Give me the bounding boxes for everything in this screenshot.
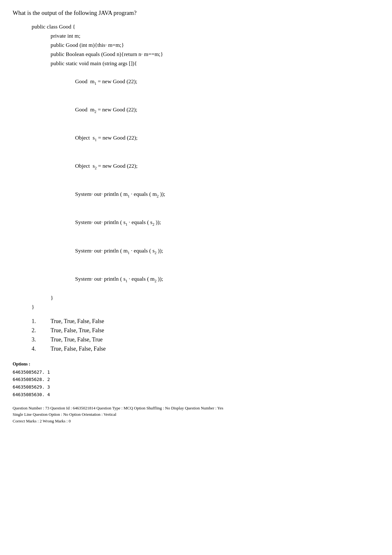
code-line-7: Good m2 = new Good (22);: [32, 96, 379, 124]
code-line-10: System· out· println ( m1 · equals ( m2 …: [32, 181, 379, 209]
code-line-6: Good m1 = new Good (22);: [32, 68, 379, 96]
options-list: 1. True, True, False, False 2. True, Fal…: [32, 318, 379, 352]
option-text-4: True, False, False, False: [51, 346, 106, 352]
list-item: 4. True, False, False, False: [32, 346, 379, 352]
option-id-1: 64635085627. 1: [13, 369, 379, 376]
option-text-3: True, True, False, True: [51, 336, 102, 343]
meta-line-3: Correct Marks : 2 Wrong Marks : 0: [13, 418, 379, 425]
option-number-1: 1.: [32, 318, 41, 325]
meta-info: Question Number : 73 Question Id : 64635…: [13, 405, 379, 425]
code-line-1: public class Good {: [32, 22, 379, 31]
code-line-5: public static void main (string args [])…: [32, 59, 379, 68]
option-text-1: True, True, False, False: [51, 318, 104, 325]
code-line-2: private int m;: [32, 31, 379, 41]
option-number-3: 3.: [32, 336, 41, 343]
code-line-12: System· out· println ( m1 · equals ( s2 …: [32, 237, 379, 265]
meta-line-1: Question Number : 73 Question Id : 64635…: [13, 405, 379, 412]
code-line-9: Object s2 = new Good (22);: [32, 153, 379, 181]
code-line-14: }: [32, 293, 379, 302]
code-line-8: Object s1 = new Good (22);: [32, 124, 379, 152]
list-item: 3. True, True, False, True: [32, 336, 379, 343]
code-line-11: System· out· println ( s1 · equals ( s2 …: [32, 209, 379, 237]
list-item: 2. True, False, True, False: [32, 327, 379, 334]
question-text: What is the output of the following JAVA…: [13, 9, 379, 16]
code-line-3: public Good (int m){this· m=m;}: [32, 41, 379, 50]
option-text-2: True, False, True, False: [51, 327, 104, 334]
options-ids: 64635085627. 1 64635085628. 2 6463508562…: [13, 369, 379, 399]
option-id-3: 64635085629. 3: [13, 384, 379, 391]
option-id-2: 64635085628. 2: [13, 376, 379, 384]
options-label: Options :: [13, 362, 379, 367]
code-block: public class Good { private int m; publi…: [32, 22, 379, 312]
option-id-4: 64635085630. 4: [13, 391, 379, 399]
meta-line-2: Single Line Question Option : No Option …: [13, 411, 379, 418]
option-number-2: 2.: [32, 327, 41, 334]
code-line-4: public Boolean equals (Good n){return n·…: [32, 50, 379, 59]
code-line-13: System· out· println ( s1 · equals ( m2 …: [32, 265, 379, 293]
option-number-4: 4.: [32, 346, 41, 352]
list-item: 1. True, True, False, False: [32, 318, 379, 325]
code-line-15: }: [32, 302, 379, 312]
